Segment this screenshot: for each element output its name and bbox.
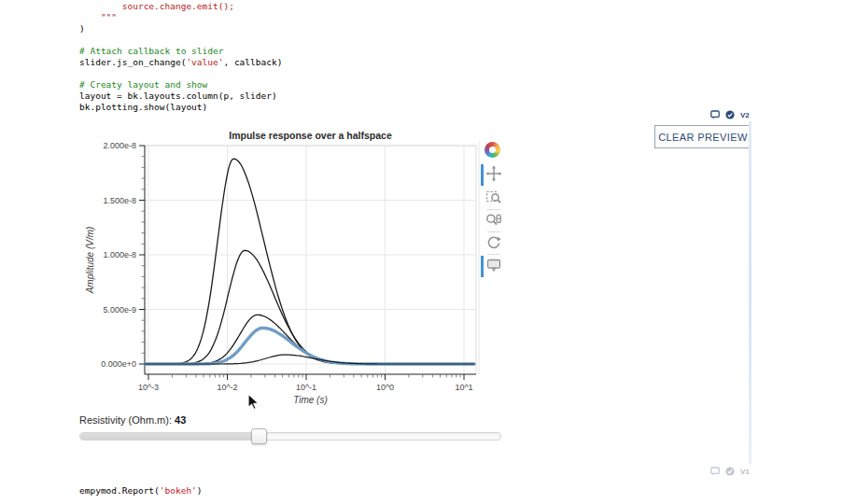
x-tick-label: 10^1 bbox=[455, 383, 472, 392]
bokeh-logo-hole bbox=[489, 147, 496, 153]
version-label: V2 bbox=[740, 111, 750, 119]
toolbar-separator bbox=[487, 209, 500, 210]
code-cell-bottom[interactable]: empymod.Report('bokeh') bbox=[79, 485, 203, 497]
mouse-cursor bbox=[246, 393, 260, 412]
x-tick-label: 10^-1 bbox=[296, 383, 316, 392]
reset-tool-button[interactable] bbox=[485, 234, 502, 251]
chart-title: Impulse response over a halfspace bbox=[229, 130, 392, 141]
clear-preview-button[interactable]: CLEAR PREVIEW bbox=[654, 125, 752, 148]
code-line: """ bbox=[79, 12, 282, 23]
approved-check-icon bbox=[725, 110, 735, 119]
slider-label: Resistivity (Ohm.m): 43 bbox=[79, 414, 499, 426]
code-line: # Creaty layout and show bbox=[79, 79, 282, 91]
hover-active-indicator bbox=[481, 256, 484, 277]
y-tick-label: 5.000e-9 bbox=[103, 305, 136, 315]
code-line bbox=[79, 68, 282, 79]
resistivity-slider-track[interactable] bbox=[79, 432, 501, 441]
wheel-zoom-tool-button[interactable] bbox=[485, 212, 502, 229]
impulse-response-1-curve bbox=[145, 159, 474, 364]
impulse-response-3-curve bbox=[145, 315, 474, 364]
code-line: slider.js_on_change('value', callback) bbox=[79, 57, 282, 68]
y-tick-label: 1.000e-8 bbox=[103, 250, 136, 259]
notebook-page: source.change.emit(); """) # Attach call… bbox=[0, 0, 843, 504]
code-line: # Attach callback to slider bbox=[79, 46, 282, 57]
x-tick-label: 10^0 bbox=[376, 383, 394, 392]
version-badge-v2[interactable]: V2 bbox=[710, 110, 750, 119]
slider-fill bbox=[80, 433, 259, 440]
pan-tool-button[interactable] bbox=[485, 165, 502, 182]
impulse-response-2-curve bbox=[145, 250, 474, 364]
y-tick-label: 1.500e-8 bbox=[103, 196, 136, 205]
code-line: layout = bk.layouts.column(p, slider) bbox=[79, 91, 282, 102]
box-zoom-tool-button[interactable] bbox=[485, 189, 502, 206]
code-line: empymod.Report('bokeh') bbox=[79, 485, 203, 497]
code-cell-top[interactable]: source.change.emit(); """) # Attach call… bbox=[79, 1, 282, 113]
comment-icon[interactable] bbox=[710, 467, 720, 476]
x-axis-title: Time (s) bbox=[293, 395, 328, 405]
toolbar-separator bbox=[487, 231, 500, 232]
version-badge-v1[interactable]: V1 bbox=[710, 467, 750, 476]
code-line: source.change.emit(); bbox=[79, 1, 282, 12]
x-tick-label: 10^-3 bbox=[138, 383, 159, 392]
y-tick-label: 2.000e-8 bbox=[103, 141, 136, 150]
panel-divider bbox=[749, 121, 752, 464]
impulse-response-active-curve bbox=[145, 328, 474, 364]
resistivity-slider-handle[interactable] bbox=[251, 428, 267, 444]
resistivity-slider-widget: Resistivity (Ohm.m): 43 bbox=[79, 414, 499, 441]
hover-tool-button[interactable] bbox=[485, 257, 502, 273]
code-line: bk.plotting.show(layout) bbox=[79, 102, 282, 113]
slider-value: 43 bbox=[175, 414, 186, 426]
comment-icon[interactable] bbox=[710, 110, 720, 119]
slider-label-text: Resistivity (Ohm.m): bbox=[79, 414, 175, 426]
y-axis-title: Amplitude (V/m) bbox=[85, 227, 95, 295]
approved-check-icon bbox=[725, 467, 735, 476]
bokeh-toolbar bbox=[478, 138, 508, 280]
toolbar-separator bbox=[487, 254, 500, 255]
code-line bbox=[79, 35, 282, 46]
version-label: V1 bbox=[740, 468, 750, 476]
code-line: ) bbox=[79, 23, 282, 35]
pan-active-indicator bbox=[481, 164, 484, 186]
y-tick-label: 0.000e+0 bbox=[101, 359, 136, 369]
impulse-response-chart[interactable]: 0.000e+05.000e-91.000e-81.500e-82.000e-8… bbox=[79, 129, 509, 411]
bokeh-logo-icon[interactable] bbox=[485, 142, 500, 158]
x-tick-label: 10^-2 bbox=[217, 383, 237, 392]
